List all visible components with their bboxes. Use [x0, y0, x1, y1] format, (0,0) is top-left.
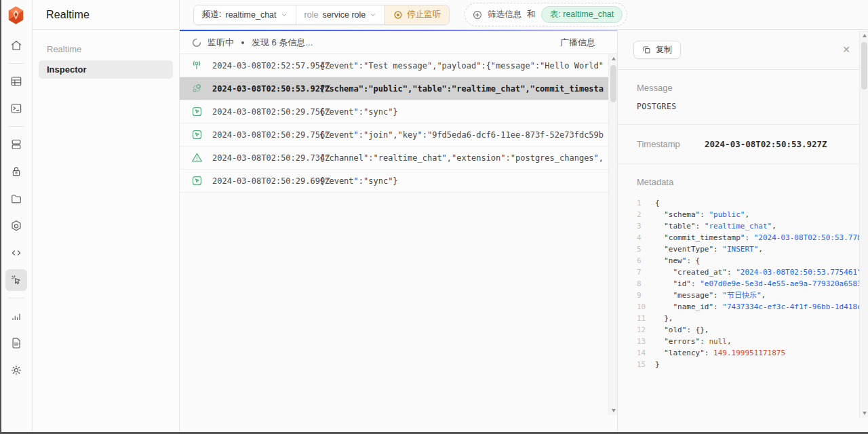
line-number: 12	[637, 324, 649, 336]
copy-button[interactable]: 复制	[633, 41, 681, 59]
role-prefix: role	[304, 10, 319, 20]
sql-editor-icon	[9, 102, 23, 115]
line-number: 5	[637, 243, 649, 255]
filter-messages-button[interactable]: 筛选信息 和 表: realtime_chat	[465, 3, 627, 26]
message-type-value: POSTGRES	[637, 102, 849, 111]
app-logo-icon[interactable]	[5, 5, 26, 26]
message-preview: {"event":"Test message","payload":{"mess…	[319, 61, 604, 71]
sidebar-item-edge-functions[interactable]	[5, 215, 27, 237]
role-select-button[interactable]: role service role	[296, 5, 385, 24]
metadata-label: Metadata	[637, 177, 849, 187]
line-number: 13	[637, 336, 649, 347]
sidebar-item-auth[interactable]	[5, 161, 27, 182]
code-line: 7 "created_at": "2024-03-08T02:50:53.775…	[637, 267, 849, 278]
sidebar-item-api-docs[interactable]	[5, 242, 27, 264]
sidebar-item-home[interactable]	[5, 35, 27, 56]
code-line: 9 "message": "节日快乐",	[637, 290, 849, 301]
message-row[interactable]: 2024-03-08T02:50:29.756Z{"event":"join",…	[180, 123, 617, 146]
home-icon	[9, 39, 23, 52]
code-line: 3 "table": "realtime_chat",	[637, 220, 849, 232]
api-docs-icon	[9, 246, 23, 260]
broadcast-messages-label[interactable]: 广播信息	[560, 37, 595, 49]
message-row[interactable]: 2024-03-08T02:50:29.756Z{"event":"sync"}	[180, 100, 617, 123]
message-row[interactable]: 2024-03-08T02:52:57.954Z{"event":"Test m…	[180, 54, 617, 77]
logs-icon	[9, 336, 23, 350]
rail-divider	[8, 298, 24, 298]
line-number: 7	[637, 267, 649, 278]
message-preview: {"channel":"realtime_chat","extension":"…	[319, 153, 604, 163]
message-preview: {"event":"join","key":"9fd5eda6-dcf6-11e…	[319, 130, 604, 140]
line-number: 15	[637, 359, 649, 370]
sidebar-item-reports[interactable]	[5, 305, 27, 327]
line-number: 14	[637, 347, 649, 359]
scrollbar-thumb[interactable]	[861, 42, 867, 90]
copy-label: 复制	[656, 44, 672, 56]
code-line: 5 "eventType": "INSERT",	[637, 243, 849, 255]
message-row[interactable]: 2024-03-08T02:50:29.734Z{"channel":"real…	[180, 146, 617, 170]
code-line: 6 "new": {	[637, 255, 849, 267]
loading-progress-bar	[180, 30, 617, 31]
plus-circle-icon	[473, 10, 482, 20]
chevron-down-icon	[281, 12, 288, 18]
listen-control-group: 频道: realtime_chat role service role 停止监听	[193, 5, 450, 25]
message-list-header: 监听中 发现 6 条信息... 广播信息	[180, 31, 617, 54]
subnav-section-label: Realtime	[39, 41, 173, 60]
found-count: 发现 6 条信息...	[252, 37, 313, 49]
window-edge	[0, 0, 1, 434]
line-number: 6	[637, 255, 649, 267]
presence-icon	[191, 175, 203, 186]
database-icon	[9, 138, 23, 151]
scroll-down-icon[interactable]	[860, 409, 868, 418]
code-line: 4 "commit_timestamp": "2024-03-08T02:50:…	[637, 232, 849, 243]
channel-prefix: 频道:	[202, 9, 221, 20]
message-timestamp: 2024-03-08T02:50:29.756Z	[212, 130, 319, 140]
timestamp-value: 2024-03-08T02:50:53.927Z	[705, 139, 827, 149]
record-icon	[393, 10, 403, 20]
code-line: 1{	[637, 197, 849, 209]
sidebar-item-storage[interactable]	[5, 188, 27, 210]
broadcast-icon	[191, 60, 203, 71]
message-list-scrollbar[interactable]	[608, 54, 617, 415]
message-timestamp: 2024-03-08T02:52:57.954Z	[212, 61, 319, 71]
sidebar-item-table-editor[interactable]	[5, 71, 27, 92]
close-icon[interactable]: ✕	[840, 42, 853, 57]
role-value: service role	[322, 10, 366, 20]
stop-listening-button[interactable]: 停止监听	[384, 5, 449, 24]
sidebar-item-logs[interactable]	[5, 332, 27, 354]
line-number: 4	[637, 232, 649, 243]
warning-icon	[191, 152, 203, 163]
edge-functions-icon	[9, 219, 23, 233]
sidebar-item-inspector[interactable]: Inspector	[39, 60, 173, 79]
message-row[interactable]: 2024-03-08T02:50:53.927Z{"schema":"publi…	[180, 77, 617, 100]
postgres-changes-icon	[191, 83, 203, 94]
line-number: 11	[637, 313, 649, 324]
channel-select-button[interactable]: 频道: realtime_chat	[194, 5, 296, 24]
settings-icon	[9, 363, 23, 377]
scrollbar-thumb[interactable]	[610, 65, 616, 102]
reports-icon	[9, 309, 23, 323]
table-filter-pill[interactable]: 表: realtime_chat	[541, 6, 623, 23]
message-preview: {"event":"sync"}	[319, 176, 604, 186]
message-label: Message	[637, 83, 849, 93]
line-number: 9	[637, 290, 649, 301]
message-row[interactable]: 2024-03-08T02:50:29.699Z{"event":"sync"}	[180, 170, 617, 193]
sidebar-item-settings[interactable]	[5, 359, 27, 381]
code-line: 2 "schema": "public",	[637, 209, 849, 220]
line-number: 1	[637, 197, 649, 209]
message-preview: {"event":"sync"}	[319, 107, 604, 117]
sidebar-item-database[interactable]	[5, 134, 27, 155]
scroll-up-icon[interactable]	[860, 31, 868, 40]
presence-icon	[191, 106, 203, 117]
details-header: 复制 ✕	[618, 30, 868, 70]
icon-rail	[0, 0, 33, 434]
line-number: 2	[637, 209, 649, 220]
message-details-panel: 复制 ✕ Message POSTGRES Timestamp 2024-03-…	[617, 30, 868, 434]
code-line: 8 "id": "e07d0e9e-5e3d-4e55-ae9a-779320a…	[637, 278, 849, 290]
page-header: Realtime	[33, 0, 179, 30]
sidebar-item-sql-editor[interactable]	[5, 98, 27, 119]
line-number: 3	[637, 220, 649, 232]
filter-label: 筛选信息	[488, 9, 521, 20]
copy-icon	[642, 45, 651, 54]
sidebar-item-realtime[interactable]	[5, 269, 27, 291]
details-scrollbar[interactable]	[859, 31, 868, 418]
